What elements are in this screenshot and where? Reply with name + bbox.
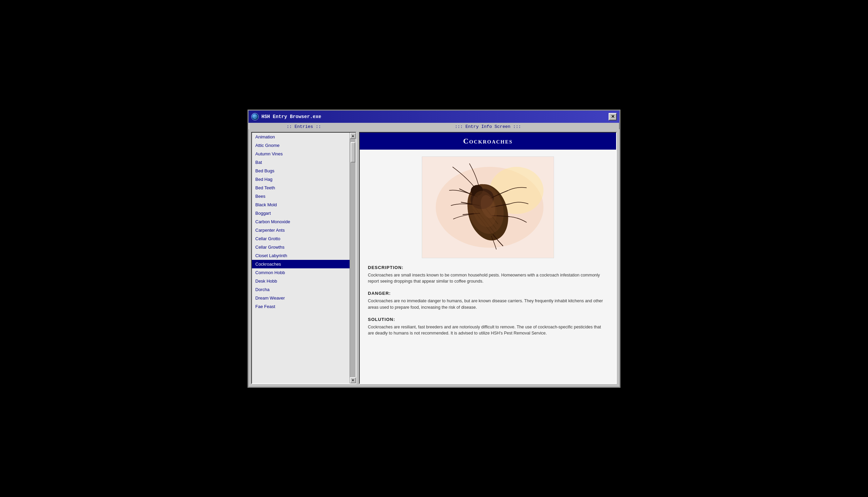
list-item-autumn-vines[interactable]: Autumn Vines	[252, 150, 350, 158]
app-icon	[251, 113, 259, 120]
entry-body: DESCRIPTION: Cockroaches are small insec…	[360, 150, 616, 383]
list-item-desk-hobb[interactable]: Desk Hobb	[252, 277, 350, 285]
description-text: Cockroaches are small insects known to b…	[368, 272, 608, 285]
list-item-dream-weaver[interactable]: Dream Weaver	[252, 294, 350, 302]
list-item-common-hobb[interactable]: Common Hobb	[252, 268, 350, 277]
scroll-thumb[interactable]	[351, 142, 355, 162]
list-item-bed-hag[interactable]: Bed Hag	[252, 175, 350, 184]
description-label: DESCRIPTION:	[368, 265, 608, 270]
close-button[interactable]: ✕	[608, 113, 617, 120]
list-scrollbar[interactable]: ▲ ▼	[350, 133, 356, 383]
window-title: HSH Entry Browser.exe	[261, 114, 606, 119]
solution-text: Cockroaches are resiliant, fast breeders…	[368, 324, 608, 337]
svg-point-0	[253, 115, 257, 119]
svg-point-1	[254, 115, 255, 116]
list-item-closet-labyrinth[interactable]: Closet Labyrinth	[252, 251, 350, 260]
list-item-bed-bugs[interactable]: Bed Bugs	[252, 167, 350, 175]
info-header: ::: Entry Info Screen :::	[359, 124, 617, 129]
list-item-cellar-grotto[interactable]: Cellar Grotto	[252, 235, 350, 243]
list-item-carbon-monoxide[interactable]: Carbon Monoxide	[252, 217, 350, 226]
entries-panel: AnimationAttic GnomeAutumn VinesBatBed B…	[251, 132, 356, 384]
entry-image-container	[368, 156, 608, 258]
entry-header: Cockroaches	[360, 133, 616, 150]
list-item-bees[interactable]: Bees	[252, 192, 350, 200]
entry-title: Cockroaches	[364, 137, 612, 145]
main-content: AnimationAttic GnomeAutumn VinesBatBed B…	[249, 129, 619, 387]
entries-list: AnimationAttic GnomeAutumn VinesBatBed B…	[252, 133, 350, 383]
list-item-carpenter-ants[interactable]: Carpenter Ants	[252, 226, 350, 235]
danger-label: DANGER:	[368, 291, 608, 296]
cockroach-image	[422, 156, 554, 258]
danger-text: Cockroaches are no immediate danger to h…	[368, 298, 608, 311]
list-item-boggart[interactable]: Boggart	[252, 209, 350, 217]
list-item-bat[interactable]: Bat	[252, 158, 350, 167]
scroll-down-button[interactable]: ▼	[350, 377, 356, 383]
entry-info-panel: Cockroaches	[359, 132, 617, 384]
list-item-fae-feast[interactable]: Fae Feast	[252, 302, 350, 311]
entries-header: :: Entries ::	[251, 124, 356, 129]
main-window: HSH Entry Browser.exe ✕ :: Entries :: ::…	[248, 110, 620, 388]
svg-point-2	[255, 115, 256, 116]
list-item-cellar-growths[interactable]: Cellar Growths	[252, 243, 350, 251]
list-item-bed-teeth[interactable]: Bed Teeth	[252, 184, 350, 192]
scroll-track	[350, 139, 356, 377]
title-bar: HSH Entry Browser.exe ✕	[249, 111, 619, 123]
list-item-dorcha[interactable]: Dorcha	[252, 285, 350, 294]
list-item-black-mold[interactable]: Black Mold	[252, 200, 350, 209]
list-item-animation[interactable]: Animation	[252, 133, 350, 141]
panel-headers: :: Entries :: ::: Entry Info Screen :::	[249, 123, 619, 129]
scroll-up-button[interactable]: ▲	[350, 133, 356, 139]
solution-label: SOLUTION:	[368, 317, 608, 322]
list-item-attic-gnome[interactable]: Attic Gnome	[252, 141, 350, 150]
list-item-cockroaches[interactable]: Cockroaches	[252, 260, 350, 268]
